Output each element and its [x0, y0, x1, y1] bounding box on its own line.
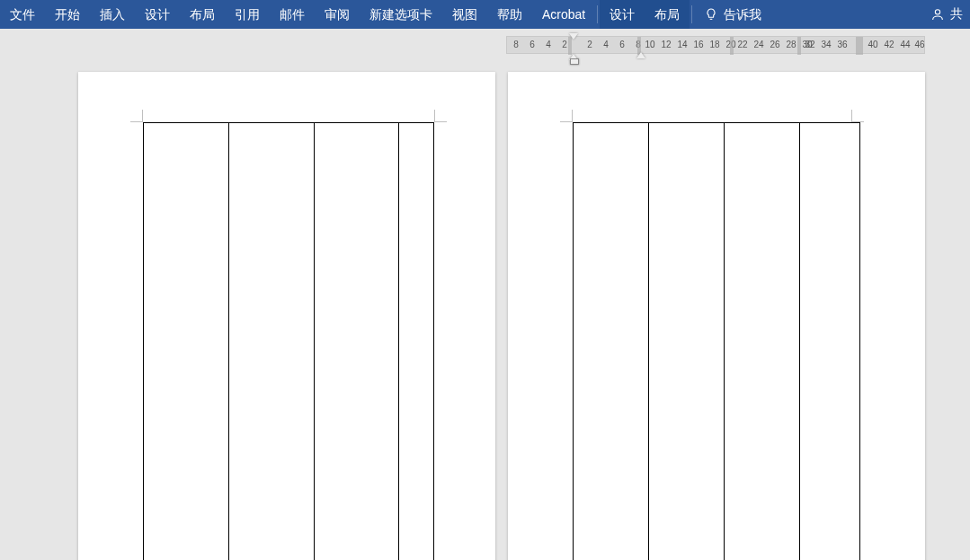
ruler-margin-mark[interactable] [568, 37, 572, 55]
document-scroll-area[interactable] [0, 72, 970, 560]
ruler-number: 6 [616, 40, 628, 49]
table-column-narrow[interactable] [800, 123, 860, 560]
ruler-number: 24 [752, 40, 765, 49]
ruler-number: 12 [660, 40, 672, 49]
tab-layout[interactable]: 布局 [180, 0, 225, 29]
ruler-number: 34 [820, 40, 832, 49]
ruler-number: 26 [769, 40, 781, 49]
margin-corner-mark [434, 110, 447, 122]
table-page-2[interactable] [573, 122, 860, 560]
tab-help[interactable]: 帮助 [487, 0, 532, 29]
ruler-number: 40 [867, 40, 879, 49]
ribbon-separator [597, 5, 598, 23]
table-column[interactable] [574, 123, 649, 560]
table-column[interactable] [649, 123, 725, 560]
tab-table-design[interactable]: 设计 [600, 0, 645, 29]
ruler-number: 8 [510, 40, 522, 49]
share-button[interactable]: 共 [923, 6, 970, 22]
margin-corner-mark [560, 110, 573, 122]
ruler-number: 32 [804, 40, 816, 49]
ruler-number: 16 [692, 40, 705, 49]
ruler-number: 2 [583, 40, 596, 49]
table-column-narrow[interactable] [399, 123, 434, 560]
svg-point-1 [935, 10, 939, 14]
lightbulb-icon [704, 7, 718, 22]
tell-me-search[interactable]: 告诉我 [694, 0, 771, 29]
ruler-number: 46 [913, 40, 926, 49]
ribbon-separator-2 [691, 5, 692, 23]
tab-table-layout[interactable]: 布局 [645, 0, 690, 29]
tab-home[interactable]: 开始 [45, 0, 90, 29]
ruler-cell-mark[interactable] [797, 37, 801, 55]
ribbon-tabs-bar: 文件 开始 插入 设计 布局 引用 邮件 审阅 新建选项卡 视图 帮助 Acro… [0, 0, 970, 29]
ruler-number: 4 [542, 40, 555, 49]
ruler-number: 6 [526, 40, 538, 49]
table-column[interactable] [725, 123, 800, 560]
ruler-number: 18 [708, 40, 721, 49]
margin-corner-mark [851, 110, 864, 122]
document-page-2[interactable] [508, 72, 925, 560]
ruler-row: 8 6 4 2 2 4 6 8 10 12 14 16 18 20 22 24 … [0, 36, 970, 54]
horizontal-ruler[interactable]: 8 6 4 2 2 4 6 8 10 12 14 16 18 20 22 24 … [506, 36, 925, 54]
document-page-1[interactable] [78, 72, 495, 560]
first-line-indent-marker[interactable] [569, 33, 578, 40]
hanging-indent-marker[interactable] [569, 54, 578, 60]
tab-acrobat[interactable]: Acrobat [532, 0, 595, 29]
ruler-number: 44 [899, 40, 912, 49]
tab-design[interactable]: 设计 [135, 0, 180, 29]
margin-corner-mark [130, 110, 143, 122]
table-column[interactable] [315, 123, 400, 560]
share-label: 共 [950, 6, 963, 22]
tab-review[interactable]: 审阅 [315, 0, 360, 29]
ruler-cell-mark[interactable] [730, 37, 734, 55]
table-column[interactable] [229, 123, 315, 560]
tab-references[interactable]: 引用 [225, 0, 270, 29]
table-page-1[interactable] [143, 122, 434, 560]
person-icon [930, 7, 945, 22]
tab-mailings[interactable]: 邮件 [270, 0, 315, 29]
table-column[interactable] [144, 123, 229, 560]
tab-file[interactable]: 文件 [0, 0, 45, 29]
tell-me-label: 告诉我 [724, 0, 761, 29]
ruler-number: 4 [600, 40, 612, 49]
ruler-number: 14 [676, 40, 689, 49]
tab-insert[interactable]: 插入 [90, 0, 135, 29]
ruler-margin-mark[interactable] [856, 37, 863, 55]
right-indent-marker[interactable] [636, 52, 645, 58]
ruler-number: 10 [644, 40, 656, 49]
tab-custom-new[interactable]: 新建选项卡 [360, 0, 442, 29]
ruler-number: 42 [883, 40, 895, 49]
tab-view[interactable]: 视图 [442, 0, 487, 29]
ruler-number: 28 [785, 40, 797, 49]
ruler-number: 36 [836, 40, 849, 49]
ruler-number: 22 [736, 40, 749, 49]
